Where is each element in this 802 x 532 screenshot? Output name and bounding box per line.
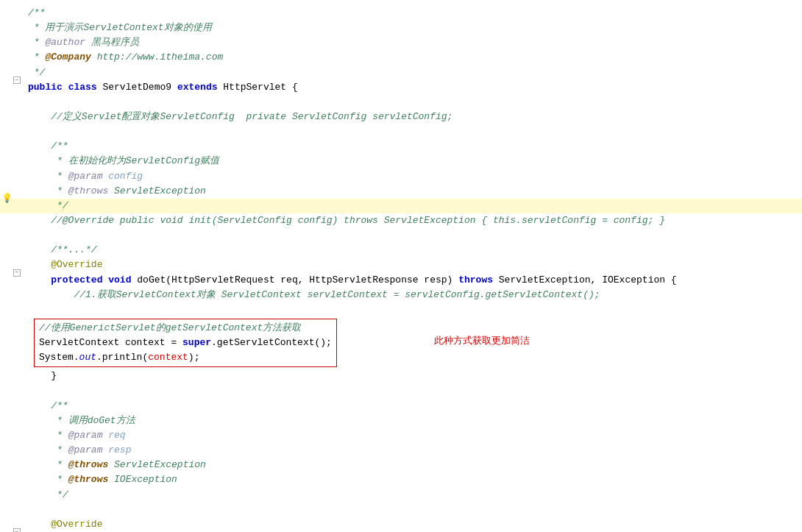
line-content: @Override <box>22 258 802 272</box>
line-content: * @throws ServletException <box>22 458 802 472</box>
line-content <box>22 302 802 317</box>
line-content: @Override <box>22 517 802 532</box>
code-line: /** <box>0 139 802 154</box>
line-content: */ <box>22 199 802 213</box>
boxed-region-container: //使用GenerictServlet的getServletContext方法获… <box>0 317 802 369</box>
code-line: @Override <box>0 517 802 532</box>
code-line <box>0 503 802 517</box>
line-content: * 调用doGet方法 <box>22 414 802 428</box>
code-line: } <box>0 369 802 383</box>
code-line: * @throws ServletException <box>0 458 802 472</box>
line-content: * @param req <box>22 428 802 443</box>
line-content: public class ServletDemo9 extends HttpSe… <box>22 80 802 95</box>
line-content: * @param config <box>22 169 802 184</box>
line-content: //1.获取ServletContext对象 ServletContext se… <box>22 288 802 302</box>
code-line: * @param resp <box>0 443 802 458</box>
line-content: /** <box>22 6 802 21</box>
line-content: */ <box>22 488 802 503</box>
box-line-2: ServletContext context = super.getServle… <box>39 336 332 350</box>
line-content: */ <box>22 65 802 80</box>
line-content: * @throws ServletException <box>22 184 802 199</box>
code-line: * @Company http://www.itheima.com <box>0 50 802 65</box>
code-box: //使用GenerictServlet的getServletContext方法获… <box>34 319 337 367</box>
line-content: * @author 黑马程序员 <box>22 35 802 50</box>
code-line <box>0 228 802 243</box>
line-content: /** <box>22 399 802 414</box>
code-line: * @throws IOException <box>0 472 802 487</box>
fold-icon[interactable]: − <box>13 528 21 532</box>
code-line: 💡 */ <box>0 199 802 213</box>
code-line: //1.获取ServletContext对象 ServletContext se… <box>0 288 802 302</box>
line-content: /** <box>22 139 802 154</box>
code-line: − public class ServletDemo9 extends Http… <box>0 80 802 95</box>
code-line: //定义Servlet配置对象ServletConfig private Ser… <box>0 110 802 124</box>
code-line: * @author 黑马程序员 <box>0 35 802 50</box>
bulb-icon: 💡 <box>1 191 13 206</box>
code-line <box>0 302 802 317</box>
box-line-3: System.out.println(context); <box>39 350 332 365</box>
line-content: protected void doGet(HttpServletRequest … <box>22 273 802 288</box>
line-content: //@Override public void init(ServletConf… <box>22 213 802 228</box>
code-line: /** <box>0 6 802 21</box>
line-content <box>22 228 802 243</box>
line-content: * @param resp <box>22 443 802 458</box>
line-content: * @Company http://www.itheima.com <box>22 50 802 65</box>
code-line: * 调用doGet方法 <box>0 414 802 428</box>
code-line: * 在初始化时为ServletConfig赋值 <box>0 154 802 169</box>
code-line: * @throws ServletException <box>0 184 802 199</box>
line-content: * 用于演示ServletContext对象的使用 <box>22 21 802 35</box>
code-line: − protected void doGet(HttpServletReques… <box>0 273 802 288</box>
line-content <box>22 384 802 399</box>
code-line: @Override <box>0 258 802 272</box>
code-line <box>0 124 802 139</box>
code-line <box>0 95 802 110</box>
code-line: */ <box>0 488 802 503</box>
code-line: * @param req <box>0 428 802 443</box>
line-content: //定义Servlet配置对象ServletConfig private Ser… <box>22 110 802 124</box>
code-line: /**...*/ <box>0 243 802 258</box>
code-line: * @param config <box>0 169 802 184</box>
line-content: /**...*/ <box>22 243 802 258</box>
line-content: } <box>22 369 802 383</box>
fold-icon[interactable]: − <box>13 77 21 84</box>
line-content <box>22 503 802 517</box>
line-content <box>22 95 802 110</box>
code-editor: /** * 用于演示ServletContext对象的使用 * @author … <box>0 0 802 532</box>
line-content <box>22 124 802 139</box>
line-content: * @throws IOException <box>22 472 802 487</box>
code-line: * 用于演示ServletContext对象的使用 <box>0 21 802 35</box>
code-line: //@Override public void init(ServletConf… <box>0 213 802 228</box>
line-content: * 在初始化时为ServletConfig赋值 <box>22 154 802 169</box>
code-line <box>0 384 802 399</box>
fold-icon[interactable]: − <box>13 269 21 277</box>
annotation-text: 此种方式获取更加简洁 <box>434 333 530 348</box>
code-line: */ <box>0 65 802 80</box>
code-line: /** <box>0 399 802 414</box>
box-line-1: //使用GenerictServlet的getServletContext方法获… <box>39 321 332 336</box>
